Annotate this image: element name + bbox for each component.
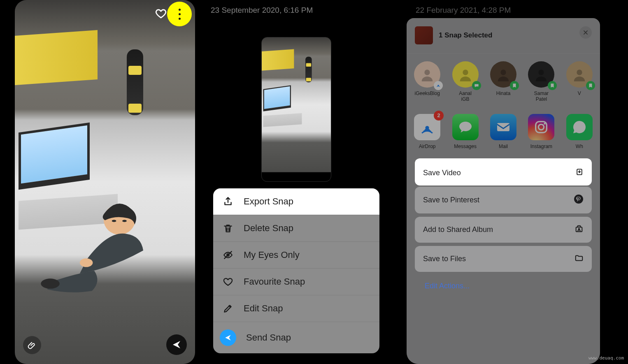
close-button[interactable]	[579, 26, 592, 39]
whatsapp-badge-icon	[548, 81, 557, 90]
airdrop-badge-icon	[434, 81, 443, 90]
svg-point-1	[112, 220, 116, 222]
action-label: Add to Shared Album	[423, 225, 493, 234]
contact-avatar	[452, 61, 479, 88]
ios-share-sheet: 1 Snap Selected iGeeksBlogAanaliGBHinata…	[407, 18, 600, 364]
trash-icon	[222, 223, 234, 234]
menu-label: Export Snap	[244, 196, 293, 207]
snap-timestamp: 23 September 2020, 6:16 PM	[211, 6, 313, 15]
share-app-airdrop[interactable]: 2AirDrop	[414, 114, 440, 149]
contact-avatar	[414, 61, 440, 88]
snap-timestamp: 22 February 2021, 4:28 PM	[416, 6, 511, 15]
menu-label: Send Snap	[246, 332, 291, 343]
menu-label: Edit Snap	[244, 303, 283, 314]
whatsapp-icon	[566, 114, 593, 140]
watermark: www.deuaq.com	[588, 355, 624, 361]
folder-icon	[575, 253, 584, 264]
send-button[interactable]	[166, 334, 187, 355]
screen-snap-menu: 23 September 2020, 6:16 PM 23 September …	[202, 0, 391, 364]
svg-point-9	[500, 70, 506, 75]
app-name: Messages	[454, 144, 477, 149]
heart-icon	[222, 276, 234, 287]
action-shared-album[interactable]: Add to Shared Album	[415, 217, 592, 243]
share-contact[interactable]: SamarPatel	[528, 61, 554, 102]
snap-thumbnail[interactable]	[261, 37, 331, 182]
menu-label: Delete Snap	[244, 223, 293, 234]
app-name: Wh	[576, 144, 583, 149]
svg-point-8	[463, 70, 468, 75]
share-contact[interactable]: iGeeksBlog	[414, 61, 440, 102]
svg-point-2	[122, 220, 127, 222]
svg-point-20	[579, 228, 580, 230]
send-icon	[220, 329, 236, 346]
contact-name: AanaliGB	[459, 91, 472, 102]
menu-edit-snap[interactable]: Edit Snap	[213, 295, 379, 322]
share-apps-row: 2AirDropMessagesMailInstagramWh	[407, 108, 600, 155]
snap-image[interactable]	[15, 0, 195, 364]
whatsapp-badge-icon	[586, 81, 595, 90]
menu-send-snap[interactable]: Send Snap	[213, 322, 379, 353]
export-icon	[222, 196, 234, 207]
share-app-mail[interactable]: Mail	[490, 114, 516, 149]
contact-avatar	[566, 61, 593, 88]
share-app-messages[interactable]: Messages	[452, 114, 478, 149]
svg-point-4	[80, 258, 93, 267]
pinterest-icon	[574, 194, 584, 206]
whatsapp-badge-icon	[510, 81, 519, 90]
messages-icon	[452, 114, 479, 140]
contact-avatar	[490, 61, 516, 88]
svg-point-10	[539, 70, 544, 75]
shared-album-icon	[575, 224, 584, 235]
app-name: AirDrop	[419, 144, 436, 149]
share-contact[interactable]: V	[566, 61, 593, 102]
share-contact[interactable]: AanaliGB	[452, 61, 478, 102]
share-contact[interactable]: Hinata	[490, 61, 516, 102]
mail-icon	[490, 114, 516, 140]
svg-point-11	[577, 70, 582, 75]
screen-snap-preview	[15, 0, 195, 364]
contact-name: Hinata	[496, 91, 511, 97]
menu-favourite-snap[interactable]: Favourite Snap	[213, 269, 379, 295]
svg-point-18	[574, 195, 583, 204]
more-options-button[interactable]	[167, 2, 192, 26]
instagram-icon	[528, 114, 554, 140]
contact-name: V	[578, 91, 581, 97]
action-save-pinterest[interactable]: Save to Pinterest	[415, 187, 592, 213]
share-app-whatsapp[interactable]: Wh	[566, 114, 593, 149]
contact-avatar	[528, 61, 554, 88]
action-save-video[interactable]: Save Video	[415, 160, 592, 185]
badge-count: 2	[434, 111, 444, 121]
screen-share-sheet: 22 February 2021, 4:28 PM 1 Snap Selecte…	[407, 0, 600, 364]
contact-name: iGeeksBlog	[415, 91, 440, 97]
share-thumbnail	[415, 26, 433, 44]
action-label: Save to Pinterest	[423, 196, 479, 204]
svg-point-3	[41, 278, 60, 289]
edit-actions-link[interactable]: Edit Actions...	[415, 275, 592, 297]
menu-export-snap[interactable]: Export Snap	[213, 188, 379, 215]
svg-point-15	[539, 124, 544, 130]
share-app-instagram[interactable]: Instagram	[528, 114, 554, 149]
share-title: 1 Snap Selected	[439, 31, 492, 39]
save-video-icon	[575, 168, 584, 178]
bitmoji-avatar	[33, 173, 177, 317]
svg-point-6	[425, 70, 430, 75]
pencil-icon	[222, 303, 234, 314]
menu-label: Favourite Snap	[244, 276, 305, 287]
contact-name: SamarPatel	[534, 91, 549, 102]
attachment-chip[interactable]	[23, 336, 41, 354]
action-save-files[interactable]: Save to Files	[415, 246, 592, 272]
snap-action-sheet: Export Snap Delete Snap My Eyes Only Fav…	[213, 188, 379, 353]
app-name: Mail	[499, 144, 508, 149]
menu-label: My Eyes Only	[244, 250, 300, 260]
favorite-heart-icon[interactable]	[155, 7, 167, 20]
action-label: Save Video	[423, 169, 461, 177]
menu-my-eyes-only[interactable]: My Eyes Only	[213, 242, 379, 268]
menu-delete-snap[interactable]: Delete Snap	[213, 215, 379, 241]
svg-rect-13	[497, 123, 509, 131]
action-label: Save to Files	[423, 255, 466, 263]
app-name: Instagram	[530, 144, 552, 149]
share-contacts-row: iGeeksBlogAanaliGBHinataSamarPatelV	[407, 56, 600, 108]
svg-point-16	[544, 123, 546, 124]
airdrop-icon: 2	[414, 114, 440, 140]
messages-badge-icon	[472, 81, 481, 90]
